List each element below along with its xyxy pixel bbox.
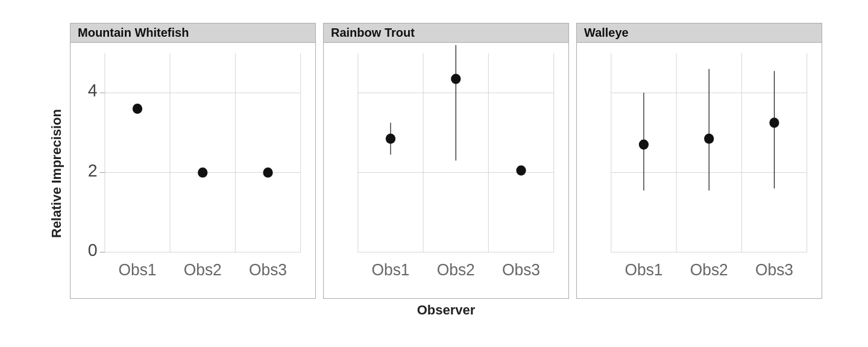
panel-body-2: Obs1Obs2Obs3 [577, 43, 822, 298]
svg-text:Obs2: Obs2 [184, 260, 222, 279]
svg-text:2: 2 [88, 160, 98, 180]
svg-point-33 [516, 166, 526, 176]
svg-point-30 [386, 134, 395, 144]
svg-text:Obs3: Obs3 [249, 260, 287, 279]
y-axis-label: Relative Imprecision [42, 23, 66, 324]
panel-0: Mountain Whitefish024Obs1Obs2Obs3 [70, 23, 316, 299]
panel-body-0: 024Obs1Obs2Obs3 [71, 43, 315, 298]
panel-2: WalleyeObs1Obs2Obs3 [576, 23, 822, 299]
panel-header-1: Rainbow Trout [324, 23, 568, 43]
svg-text:Obs2: Obs2 [690, 260, 728, 279]
panel-body-1: Obs1Obs2Obs3 [324, 43, 568, 298]
svg-text:Obs1: Obs1 [624, 260, 662, 279]
svg-point-49 [769, 117, 779, 128]
plots-and-xaxis: Mountain Whitefish024Obs1Obs2Obs3Rainbow… [66, 23, 826, 324]
svg-text:4: 4 [88, 81, 98, 101]
svg-point-17 [198, 167, 207, 178]
svg-point-32 [451, 73, 461, 84]
x-axis-label: Observer [66, 299, 826, 324]
svg-text:Obs1: Obs1 [371, 260, 409, 279]
chart-container: Relative Imprecision Mountain Whitefish0… [42, 23, 826, 324]
svg-text:Obs3: Obs3 [755, 260, 793, 279]
svg-point-47 [704, 134, 714, 144]
panel-1: Rainbow TroutObs1Obs2Obs3 [323, 23, 569, 299]
svg-point-16 [133, 104, 142, 114]
svg-text:Obs3: Obs3 [502, 260, 540, 279]
svg-point-18 [263, 167, 272, 178]
svg-text:Obs2: Obs2 [437, 260, 475, 279]
plots-row: Mountain Whitefish024Obs1Obs2Obs3Rainbow… [66, 23, 826, 299]
svg-text:0: 0 [88, 240, 98, 260]
svg-point-45 [639, 140, 649, 150]
panel-header-0: Mountain Whitefish [71, 23, 315, 43]
panel-header-2: Walleye [577, 23, 822, 43]
svg-text:Obs1: Obs1 [118, 260, 156, 279]
